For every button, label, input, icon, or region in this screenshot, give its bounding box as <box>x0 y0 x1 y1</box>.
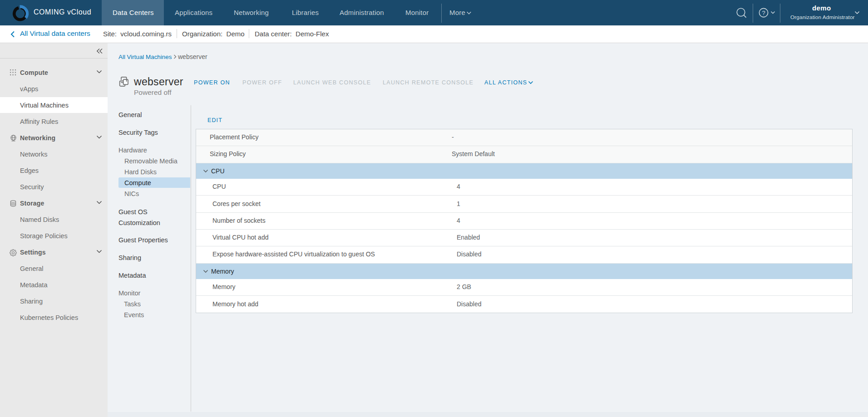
svg-text:?: ? <box>762 10 765 16</box>
